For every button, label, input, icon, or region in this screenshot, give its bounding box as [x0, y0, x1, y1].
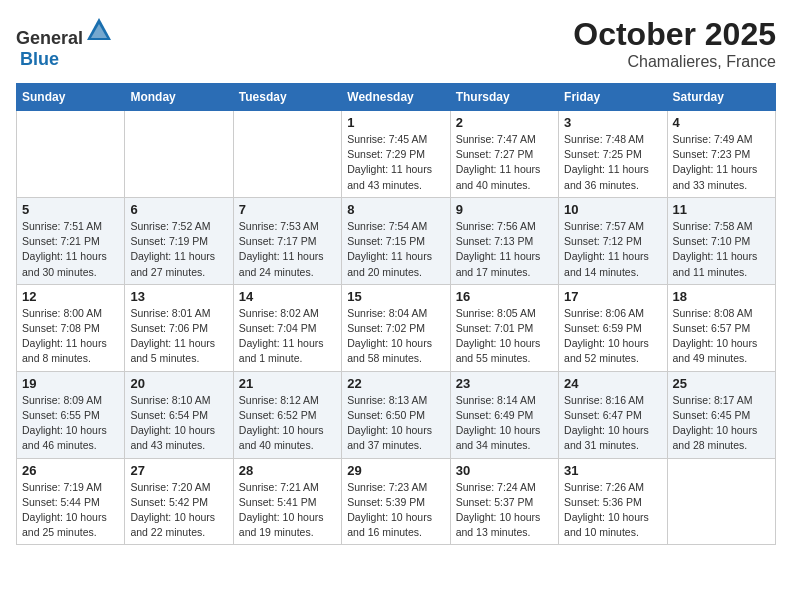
day-info: Sunrise: 7:58 AM Sunset: 7:10 PM Dayligh…	[673, 219, 770, 280]
day-info: Sunrise: 7:26 AM Sunset: 5:36 PM Dayligh…	[564, 480, 661, 541]
day-number: 11	[673, 202, 770, 217]
weekday-header-thursday: Thursday	[450, 84, 558, 111]
calendar-cell	[17, 111, 125, 198]
calendar-cell: 9Sunrise: 7:56 AM Sunset: 7:13 PM Daylig…	[450, 197, 558, 284]
day-number: 22	[347, 376, 444, 391]
calendar-cell: 3Sunrise: 7:48 AM Sunset: 7:25 PM Daylig…	[559, 111, 667, 198]
calendar-cell: 27Sunrise: 7:20 AM Sunset: 5:42 PM Dayli…	[125, 458, 233, 545]
day-number: 13	[130, 289, 227, 304]
day-info: Sunrise: 7:49 AM Sunset: 7:23 PM Dayligh…	[673, 132, 770, 193]
day-info: Sunrise: 7:21 AM Sunset: 5:41 PM Dayligh…	[239, 480, 336, 541]
calendar-cell: 24Sunrise: 8:16 AM Sunset: 6:47 PM Dayli…	[559, 371, 667, 458]
day-number: 9	[456, 202, 553, 217]
calendar-cell: 28Sunrise: 7:21 AM Sunset: 5:41 PM Dayli…	[233, 458, 341, 545]
calendar-cell: 5Sunrise: 7:51 AM Sunset: 7:21 PM Daylig…	[17, 197, 125, 284]
day-number: 21	[239, 376, 336, 391]
page-header: General Blue October 2025 Chamalieres, F…	[16, 16, 776, 71]
logo-general-text: General Blue	[16, 16, 113, 70]
day-info: Sunrise: 7:20 AM Sunset: 5:42 PM Dayligh…	[130, 480, 227, 541]
calendar-cell: 15Sunrise: 8:04 AM Sunset: 7:02 PM Dayli…	[342, 284, 450, 371]
day-info: Sunrise: 7:56 AM Sunset: 7:13 PM Dayligh…	[456, 219, 553, 280]
location-title: Chamalieres, France	[573, 53, 776, 71]
calendar-cell: 31Sunrise: 7:26 AM Sunset: 5:36 PM Dayli…	[559, 458, 667, 545]
day-number: 6	[130, 202, 227, 217]
day-number: 1	[347, 115, 444, 130]
day-number: 18	[673, 289, 770, 304]
day-number: 29	[347, 463, 444, 478]
day-info: Sunrise: 7:53 AM Sunset: 7:17 PM Dayligh…	[239, 219, 336, 280]
day-number: 17	[564, 289, 661, 304]
day-info: Sunrise: 8:17 AM Sunset: 6:45 PM Dayligh…	[673, 393, 770, 454]
day-info: Sunrise: 8:09 AM Sunset: 6:55 PM Dayligh…	[22, 393, 119, 454]
calendar-week-row: 12Sunrise: 8:00 AM Sunset: 7:08 PM Dayli…	[17, 284, 776, 371]
day-number: 15	[347, 289, 444, 304]
day-info: Sunrise: 7:47 AM Sunset: 7:27 PM Dayligh…	[456, 132, 553, 193]
day-number: 25	[673, 376, 770, 391]
day-info: Sunrise: 8:10 AM Sunset: 6:54 PM Dayligh…	[130, 393, 227, 454]
day-number: 31	[564, 463, 661, 478]
calendar-cell: 12Sunrise: 8:00 AM Sunset: 7:08 PM Dayli…	[17, 284, 125, 371]
calendar-cell: 4Sunrise: 7:49 AM Sunset: 7:23 PM Daylig…	[667, 111, 775, 198]
day-info: Sunrise: 8:13 AM Sunset: 6:50 PM Dayligh…	[347, 393, 444, 454]
calendar-cell: 29Sunrise: 7:23 AM Sunset: 5:39 PM Dayli…	[342, 458, 450, 545]
day-number: 3	[564, 115, 661, 130]
day-info: Sunrise: 7:24 AM Sunset: 5:37 PM Dayligh…	[456, 480, 553, 541]
calendar-cell: 25Sunrise: 8:17 AM Sunset: 6:45 PM Dayli…	[667, 371, 775, 458]
weekday-header-friday: Friday	[559, 84, 667, 111]
day-info: Sunrise: 7:51 AM Sunset: 7:21 PM Dayligh…	[22, 219, 119, 280]
day-number: 27	[130, 463, 227, 478]
calendar-week-row: 1Sunrise: 7:45 AM Sunset: 7:29 PM Daylig…	[17, 111, 776, 198]
day-number: 20	[130, 376, 227, 391]
calendar-week-row: 19Sunrise: 8:09 AM Sunset: 6:55 PM Dayli…	[17, 371, 776, 458]
day-number: 24	[564, 376, 661, 391]
day-number: 16	[456, 289, 553, 304]
day-info: Sunrise: 8:00 AM Sunset: 7:08 PM Dayligh…	[22, 306, 119, 367]
calendar-cell: 19Sunrise: 8:09 AM Sunset: 6:55 PM Dayli…	[17, 371, 125, 458]
calendar-cell: 14Sunrise: 8:02 AM Sunset: 7:04 PM Dayli…	[233, 284, 341, 371]
day-info: Sunrise: 8:05 AM Sunset: 7:01 PM Dayligh…	[456, 306, 553, 367]
day-info: Sunrise: 7:52 AM Sunset: 7:19 PM Dayligh…	[130, 219, 227, 280]
day-info: Sunrise: 8:04 AM Sunset: 7:02 PM Dayligh…	[347, 306, 444, 367]
day-info: Sunrise: 7:23 AM Sunset: 5:39 PM Dayligh…	[347, 480, 444, 541]
day-info: Sunrise: 8:02 AM Sunset: 7:04 PM Dayligh…	[239, 306, 336, 367]
calendar-cell: 30Sunrise: 7:24 AM Sunset: 5:37 PM Dayli…	[450, 458, 558, 545]
calendar-cell	[125, 111, 233, 198]
calendar-cell: 1Sunrise: 7:45 AM Sunset: 7:29 PM Daylig…	[342, 111, 450, 198]
calendar-cell	[233, 111, 341, 198]
calendar-cell: 18Sunrise: 8:08 AM Sunset: 6:57 PM Dayli…	[667, 284, 775, 371]
logo: General Blue	[16, 16, 113, 70]
logo-text-general: General	[16, 28, 83, 48]
calendar-cell: 2Sunrise: 7:47 AM Sunset: 7:27 PM Daylig…	[450, 111, 558, 198]
calendar-cell: 23Sunrise: 8:14 AM Sunset: 6:49 PM Dayli…	[450, 371, 558, 458]
calendar-cell: 11Sunrise: 7:58 AM Sunset: 7:10 PM Dayli…	[667, 197, 775, 284]
calendar-cell: 22Sunrise: 8:13 AM Sunset: 6:50 PM Dayli…	[342, 371, 450, 458]
day-info: Sunrise: 8:01 AM Sunset: 7:06 PM Dayligh…	[130, 306, 227, 367]
day-number: 19	[22, 376, 119, 391]
day-number: 5	[22, 202, 119, 217]
day-number: 30	[456, 463, 553, 478]
day-number: 7	[239, 202, 336, 217]
weekday-header-wednesday: Wednesday	[342, 84, 450, 111]
calendar-cell: 7Sunrise: 7:53 AM Sunset: 7:17 PM Daylig…	[233, 197, 341, 284]
day-info: Sunrise: 8:12 AM Sunset: 6:52 PM Dayligh…	[239, 393, 336, 454]
weekday-header-tuesday: Tuesday	[233, 84, 341, 111]
day-number: 12	[22, 289, 119, 304]
day-number: 14	[239, 289, 336, 304]
calendar-cell	[667, 458, 775, 545]
weekday-header-saturday: Saturday	[667, 84, 775, 111]
day-number: 8	[347, 202, 444, 217]
logo-text-blue: Blue	[20, 49, 59, 69]
month-title: October 2025	[573, 16, 776, 53]
weekday-header-sunday: Sunday	[17, 84, 125, 111]
day-info: Sunrise: 8:16 AM Sunset: 6:47 PM Dayligh…	[564, 393, 661, 454]
day-info: Sunrise: 7:48 AM Sunset: 7:25 PM Dayligh…	[564, 132, 661, 193]
calendar-cell: 16Sunrise: 8:05 AM Sunset: 7:01 PM Dayli…	[450, 284, 558, 371]
day-number: 26	[22, 463, 119, 478]
calendar-week-row: 26Sunrise: 7:19 AM Sunset: 5:44 PM Dayli…	[17, 458, 776, 545]
day-number: 4	[673, 115, 770, 130]
day-number: 2	[456, 115, 553, 130]
day-info: Sunrise: 7:19 AM Sunset: 5:44 PM Dayligh…	[22, 480, 119, 541]
day-info: Sunrise: 8:14 AM Sunset: 6:49 PM Dayligh…	[456, 393, 553, 454]
day-info: Sunrise: 8:08 AM Sunset: 6:57 PM Dayligh…	[673, 306, 770, 367]
calendar-cell: 21Sunrise: 8:12 AM Sunset: 6:52 PM Dayli…	[233, 371, 341, 458]
